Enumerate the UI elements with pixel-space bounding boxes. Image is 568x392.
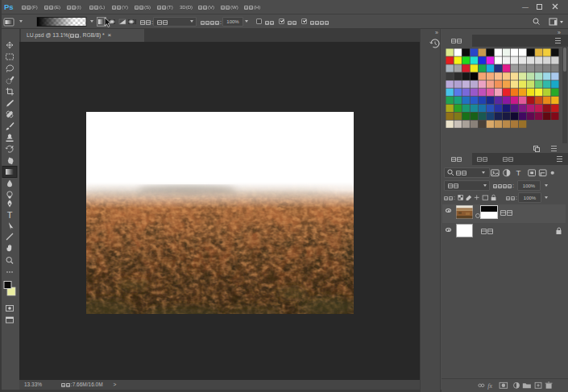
svg-text:T: T: [516, 168, 520, 177]
svg-text:T: T: [7, 210, 13, 220]
svg-text:fx: fx: [487, 382, 492, 390]
